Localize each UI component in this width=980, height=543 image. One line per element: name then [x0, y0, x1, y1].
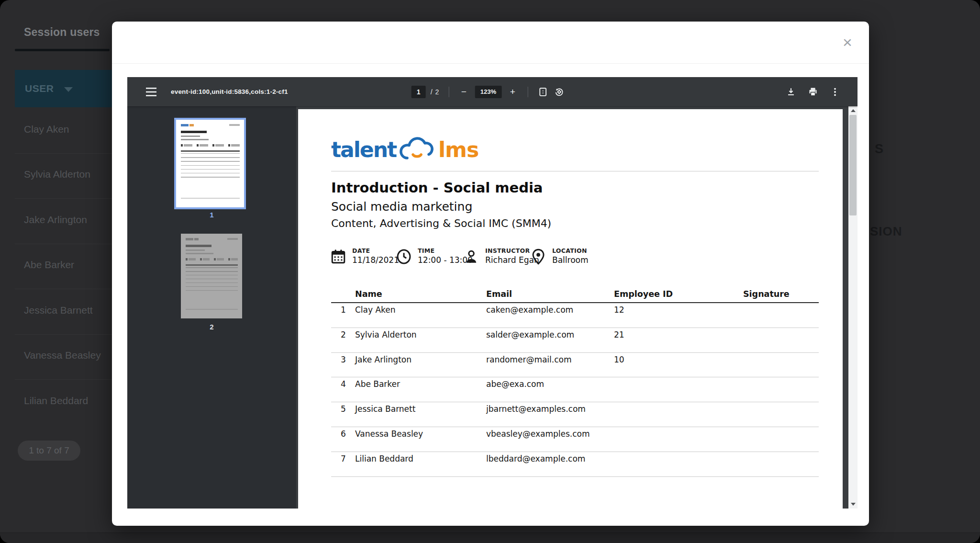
cell-name: Lilian Beddard — [355, 454, 486, 476]
download-button[interactable] — [783, 84, 799, 100]
pdf-viewer-body: 1 2 talent — [127, 106, 858, 509]
header-rule — [331, 171, 819, 171]
page-thumbnail-2[interactable] — [181, 234, 242, 318]
cell-signature — [743, 429, 819, 452]
cell-signature — [743, 404, 819, 427]
cloud-smile-icon — [397, 133, 437, 163]
row-number: 2 — [331, 330, 355, 352]
column-header: Employee ID — [614, 289, 743, 299]
print-button[interactable] — [805, 84, 821, 100]
page-thumbnail-1[interactable] — [174, 118, 246, 209]
tab-session-users[interactable]: Session users — [24, 26, 100, 39]
window-bottom-edge — [0, 532, 980, 543]
arrow-up-icon — [851, 109, 856, 112]
print-icon — [808, 87, 818, 97]
table-row: 1 Clay Aken caken@example.com 12 — [331, 303, 819, 328]
meta-value: 11/18/2021 — [352, 254, 399, 266]
row-number: 4 — [331, 379, 355, 402]
sort-caret-icon — [64, 87, 73, 92]
modal-header-divider — [112, 63, 869, 64]
close-icon[interactable]: × — [837, 32, 858, 52]
cell-email: salder@example.com — [486, 330, 614, 352]
cell-name: Abe Barker — [355, 379, 486, 402]
cell-employee-id — [614, 454, 743, 476]
scrollbar-thumb[interactable] — [849, 115, 857, 215]
cell-email: vbeasley@examples.com — [486, 429, 614, 452]
meta-label: LOCATION — [552, 247, 589, 254]
cell-name: Vanessa Beasley — [355, 429, 486, 452]
list-item[interactable]: Abe Barker — [24, 259, 115, 272]
download-icon — [786, 87, 796, 97]
column-header: Email — [486, 289, 614, 299]
document-preview-modal: × event-id:100,unit-id:5836,cols:1-2-cf1 — [112, 22, 869, 526]
table-row: 7 Lilian Beddard lbeddard@example.com — [331, 452, 819, 477]
cell-employee-id: 12 — [614, 305, 743, 328]
logo-text-talent: talent — [331, 137, 396, 162]
table-row: 3 Jake Arlington randomer@mail.com 10 — [331, 353, 819, 378]
row-divider — [15, 244, 115, 244]
logo-text-lms: lms — [438, 137, 479, 162]
meta-value: Ballroom — [552, 254, 589, 266]
calendar-icon — [330, 247, 347, 266]
pdf-toolbar: event-id:100,unit-id:5836,cols:1-2-cf1 1… — [127, 77, 858, 106]
meta-location: LOCATION Ballroom — [530, 247, 589, 266]
list-item[interactable]: Clay Aken — [24, 124, 115, 137]
list-item[interactable]: Jessica Barnett — [24, 305, 115, 318]
page-number-input[interactable]: 1 — [412, 86, 426, 98]
zoom-out-button[interactable]: − — [456, 84, 472, 100]
clock-icon — [395, 247, 412, 266]
cell-name: Jessica Barnett — [355, 404, 486, 427]
table-row: 5 Jessica Barnett jbarnett@examples.com — [331, 402, 819, 427]
fit-to-page-button[interactable] — [535, 84, 551, 100]
rotate-button[interactable] — [551, 84, 567, 100]
session-title: Introduction - Social media — [331, 180, 543, 196]
table-row: 6 Vanessa Beasley vbeasley@examples.com — [331, 427, 819, 452]
cell-email: abe@exa.com — [486, 379, 614, 402]
pdf-scrollbar[interactable] — [848, 106, 858, 509]
table-header-row: Name Email Employee ID Signature — [331, 289, 819, 303]
meta-label: DATE — [352, 247, 399, 254]
cell-name: Clay Aken — [355, 305, 486, 328]
document-area: talent lms Introduction - Social media S… — [296, 106, 848, 509]
scroll-down-button[interactable] — [848, 500, 858, 508]
arrow-down-icon — [851, 503, 856, 506]
pdf-viewer: event-id:100,unit-id:5836,cols:1-2-cf1 1… — [127, 77, 858, 509]
hamburger-icon — [146, 88, 156, 96]
list-item[interactable]: Jake Arlington — [24, 214, 115, 227]
clipped-background-text: SION — [870, 224, 902, 239]
page-separator: / — [431, 88, 433, 96]
row-number: 5 — [331, 404, 355, 427]
column-header: Signature — [743, 289, 819, 299]
menu-icon[interactable] — [143, 84, 159, 100]
meta-date: DATE 11/18/2021 — [330, 247, 399, 266]
list-item[interactable]: Sylvia Alderton — [24, 169, 115, 182]
table-row: 2 Sylvia Alderton salder@example.com 21 — [331, 328, 819, 353]
cell-email: caken@example.com — [486, 305, 614, 328]
cell-signature — [743, 355, 819, 377]
list-item[interactable]: Vanessa Beasley — [24, 350, 115, 363]
scroll-up-button[interactable] — [848, 107, 858, 114]
location-pin-icon — [530, 247, 547, 266]
thumbnail-page-number: 1 — [127, 211, 296, 219]
zoom-in-button[interactable]: + — [504, 84, 521, 100]
person-icon — [463, 247, 480, 266]
cell-signature — [743, 305, 819, 328]
thumbnail-page-number: 2 — [127, 323, 296, 331]
list-item[interactable]: Lilian Beddard — [24, 395, 115, 408]
row-divider — [15, 153, 115, 154]
kebab-menu-icon — [830, 87, 840, 97]
cell-signature — [743, 454, 819, 476]
cell-employee-id — [614, 429, 743, 452]
clipped-background-text: S — [875, 142, 883, 157]
talentlms-logo: talent lms — [331, 135, 479, 164]
row-divider — [15, 198, 115, 199]
row-number: 7 — [331, 454, 355, 476]
cell-email: jbarnett@examples.com — [486, 404, 614, 427]
pdf-document-title: event-id:100,unit-id:5836,cols:1-2-cf1 — [171, 88, 288, 95]
cell-employee-id: 21 — [614, 330, 743, 352]
total-pages: 2 — [435, 88, 439, 96]
row-divider — [15, 379, 115, 380]
user-column-header[interactable]: USER — [15, 70, 115, 107]
more-options-button[interactable] — [827, 84, 843, 100]
cell-employee-id — [614, 404, 743, 427]
